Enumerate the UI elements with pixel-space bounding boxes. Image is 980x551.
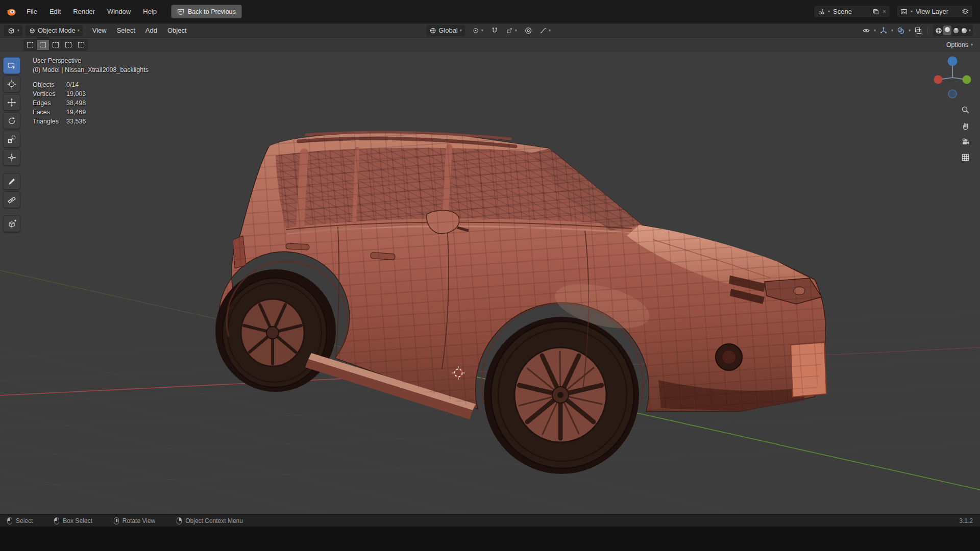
annotate-tool-icon xyxy=(7,177,16,186)
tool-measure[interactable] xyxy=(3,191,20,208)
stat-value: 38,498 xyxy=(66,98,149,108)
pan-button[interactable] xyxy=(959,119,972,132)
shading-material-icon[interactable] xyxy=(952,27,960,34)
move-tool-icon xyxy=(7,98,16,107)
front-wheel xyxy=(491,321,634,468)
chevron-down-icon: ▾ xyxy=(549,29,551,33)
navigation-gizmo[interactable] xyxy=(932,54,973,101)
menu-add[interactable]: Add xyxy=(141,25,162,36)
scene-selector[interactable]: ▾ Scene × xyxy=(814,5,890,18)
chevron-down-icon: ▾ xyxy=(460,29,462,33)
separator xyxy=(927,27,928,35)
pivot-point-selector[interactable]: ▾ xyxy=(469,25,486,36)
tool-transform[interactable] xyxy=(3,149,20,166)
shading-solid-active[interactable] xyxy=(943,26,951,35)
snap-magnet-icon[interactable] xyxy=(491,27,499,35)
stat-label: Vertices xyxy=(33,89,61,98)
back-to-previous-button[interactable]: Back to Previous xyxy=(171,5,242,18)
pivot-icon xyxy=(472,27,479,34)
viewport-3d[interactable]: User Perspective (0) Model | Nissan_Xtra… xyxy=(0,52,980,514)
gizmo-axis-z[interactable] xyxy=(948,57,958,66)
snap-target-icon xyxy=(506,27,513,34)
shading-wireframe-icon[interactable] xyxy=(935,27,942,34)
options-button[interactable]: Options ▾ xyxy=(946,41,973,48)
shading-mode-group: ▾ xyxy=(933,24,973,36)
select-mode-extend[interactable] xyxy=(37,40,50,50)
menu-object[interactable]: Object xyxy=(163,25,191,36)
gizmo-axis-y[interactable] xyxy=(963,76,971,84)
xray-toggle-icon[interactable] xyxy=(914,27,922,35)
gizmo-axis-x[interactable] xyxy=(934,76,943,84)
menu-help[interactable]: Help xyxy=(137,6,163,17)
chevron-down-icon: ▾ xyxy=(481,29,483,33)
scale-tool-icon xyxy=(7,135,16,144)
menu-edit[interactable]: Edit xyxy=(43,6,67,17)
rear-wheel xyxy=(223,278,327,387)
mouse-left-drag-icon xyxy=(54,517,59,524)
snap-target-selector[interactable]: ▾ xyxy=(503,25,520,36)
proportional-editing-icon[interactable] xyxy=(524,27,532,35)
active-object-label: (0) Model | Nissan_Xtrail2008_backlights xyxy=(33,65,149,74)
tool-add-cube[interactable] xyxy=(3,215,20,232)
ortho-grid-icon xyxy=(961,153,970,162)
hint-label: Object Context Menu xyxy=(185,517,243,524)
hint-select: Select xyxy=(7,517,33,524)
scene-name: Scene xyxy=(833,8,869,15)
transform-orientation-selector[interactable]: Global ▾ xyxy=(426,25,465,36)
tool-settings-bar: Options ▾ xyxy=(0,38,980,52)
chevron-down-icon: ▾ xyxy=(969,29,971,33)
chevron-down-icon: ▾ xyxy=(515,29,517,33)
menu-view[interactable]: View xyxy=(88,25,111,36)
stat-label: Faces xyxy=(33,108,61,117)
gizmos-toggle-icon[interactable] xyxy=(879,27,888,35)
viewport-info-overlay: User Perspective (0) Model | Nissan_Xtra… xyxy=(33,56,149,126)
layers-icon[interactable] xyxy=(962,8,969,15)
overlays-toggle-icon[interactable] xyxy=(897,27,905,35)
globe-icon xyxy=(429,27,436,34)
hint-label: Rotate View xyxy=(122,517,155,524)
tool-scale[interactable] xyxy=(3,131,20,147)
object-mode-icon xyxy=(29,27,36,34)
tool-cursor[interactable] xyxy=(3,76,20,92)
chevron-down-icon: ▾ xyxy=(971,43,973,47)
editor-type-selector[interactable]: ▾ xyxy=(4,25,22,36)
chevron-down-icon: ▾ xyxy=(78,29,80,33)
mode-selector[interactable]: Object Mode ▾ xyxy=(26,25,83,36)
blender-window: File Edit Render Window Help Back to Pre… xyxy=(0,0,980,551)
menu-file[interactable]: File xyxy=(20,6,43,17)
camera-view-button[interactable] xyxy=(959,135,972,148)
tool-group-gap xyxy=(3,210,20,214)
zoom-button[interactable] xyxy=(959,103,972,116)
gizmo-axis-z-neg[interactable] xyxy=(948,90,957,98)
hint-context-menu: Object Context Menu xyxy=(177,517,243,524)
close-icon[interactable]: × xyxy=(883,8,886,15)
shading-rendered-icon[interactable] xyxy=(961,27,968,34)
select-mode-subtract[interactable] xyxy=(50,40,62,50)
blender-logo-icon[interactable] xyxy=(5,6,17,18)
chevron-down-icon: ▾ xyxy=(909,29,911,33)
mouse-middle-icon xyxy=(114,517,119,524)
options-label: Options xyxy=(946,41,968,48)
tool-rotate[interactable] xyxy=(3,112,20,129)
camera-icon xyxy=(961,137,970,146)
menu-render[interactable]: Render xyxy=(67,6,101,17)
menu-window[interactable]: Window xyxy=(101,6,137,17)
proportional-falloff-selector[interactable]: ▾ xyxy=(536,25,554,36)
ortho-toggle-button[interactable] xyxy=(959,151,972,164)
menu-select[interactable]: Select xyxy=(112,25,140,36)
topbar: File Edit Render Window Help Back to Pre… xyxy=(0,0,980,23)
select-mode-set[interactable] xyxy=(24,40,37,50)
select-mode-invert[interactable] xyxy=(62,40,75,50)
duplicate-icon[interactable] xyxy=(872,8,879,15)
object-visibility-icon[interactable] xyxy=(862,27,870,35)
view-layer-selector[interactable]: ▾ View Layer xyxy=(896,5,973,18)
select-mode-intersect[interactable] xyxy=(75,40,87,50)
mode-label: Object Mode xyxy=(38,27,76,34)
tool-box-select[interactable] xyxy=(3,57,20,74)
car-model[interactable] xyxy=(215,132,826,474)
hint-label: Select xyxy=(16,517,33,524)
stat-label: Edges xyxy=(33,98,61,108)
tool-annotate[interactable] xyxy=(3,173,20,190)
tool-move[interactable] xyxy=(3,94,20,111)
hint-box-select: Box Select xyxy=(54,517,92,524)
